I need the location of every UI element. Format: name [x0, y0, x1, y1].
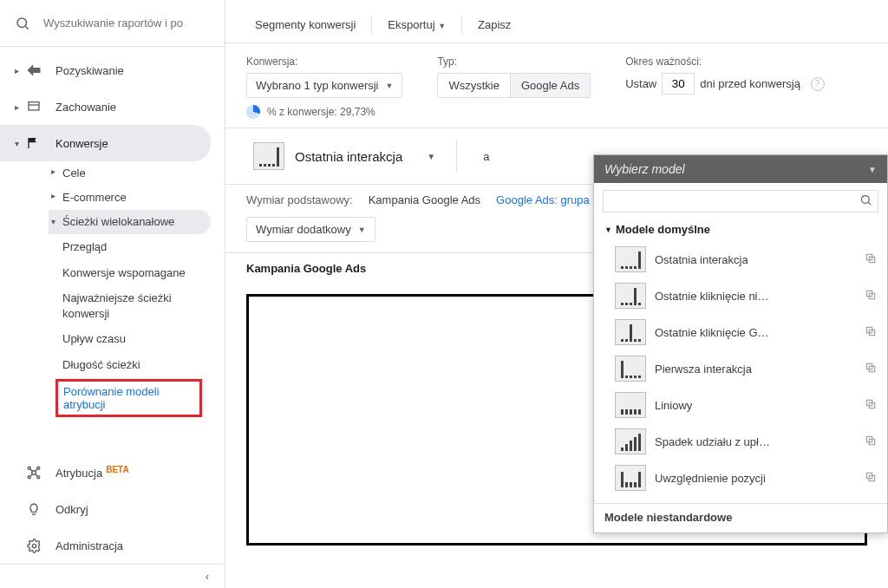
sub-mcf[interactable]: ▾ Ścieżki wielokanałowe	[49, 210, 211, 234]
nav-acquisition[interactable]: ▸ Pozyskiwanie	[0, 52, 225, 88]
copy-icon[interactable]	[865, 398, 877, 413]
copy-icon[interactable]	[865, 289, 877, 304]
secondary-dim-select[interactable]: Wymiar dodatkowy ▼	[246, 217, 375, 242]
chevron-right-icon: ▸	[12, 102, 21, 112]
type-all[interactable]: Wszystkie	[438, 74, 511, 97]
sub-label: E-commerce	[62, 191, 214, 204]
primary-dim[interactable]: Kampania Google Ads	[369, 193, 480, 206]
copy-icon[interactable]	[865, 471, 877, 486]
separator	[456, 140, 457, 172]
report-search-input[interactable]	[43, 16, 218, 29]
nav-label: AtrybucjaBETA	[56, 465, 129, 480]
attribution-icon	[24, 463, 43, 482]
model-last-nondirect-click[interactable]: Ostatnie kliknięcie ni…	[597, 278, 884, 314]
select-label: Wybrano 1 typ konwersji	[256, 79, 379, 92]
nav-label: Odkryj	[56, 503, 88, 516]
conversion-filter: Konwersja: Wybrano 1 typ konwersji ▼	[246, 56, 402, 98]
time-decay-icon	[615, 428, 646, 454]
copy-icon[interactable]	[865, 362, 877, 376]
filter-caption: Okres ważności:	[625, 56, 825, 68]
dropdown-search-box[interactable]	[603, 190, 878, 212]
sub-goals[interactable]: ▸ Cele	[49, 161, 225, 186]
first-interaction-icon	[615, 356, 646, 382]
svg-point-14	[862, 196, 870, 204]
copy-icon[interactable]	[865, 252, 877, 267]
filters-row: Konwersja: Wybrano 1 typ konwersji ▼ Typ…	[225, 43, 888, 103]
nav-label: Pozyskiwanie	[56, 64, 124, 77]
mcf-model-comparison[interactable]: Porównanie modeli atrybucji	[63, 385, 194, 411]
chevron-down-icon: ▼	[358, 225, 366, 234]
last-interaction-icon	[253, 142, 284, 170]
type-filter: Typ: Wszystkie Google Ads	[437, 56, 591, 98]
model-position-based[interactable]: Uwzględnienie pozycji	[597, 460, 884, 496]
collapse-sidebar[interactable]: ‹	[0, 564, 225, 588]
lookback-suffix: dni przed konwersją	[700, 77, 800, 90]
last-nondirect-icon	[615, 283, 646, 309]
model-label: Uwzględnienie pozycji	[655, 472, 856, 485]
chevron-down-icon: ▾	[12, 139, 21, 148]
nav-label: Zachowanie	[56, 101, 116, 114]
dropdown-section-custom[interactable]: Modele niestandardowe	[594, 503, 887, 532]
sub-ecommerce[interactable]: ▸ E-commerce	[49, 186, 225, 210]
model-selector[interactable]: Ostatnia interakcja ▼	[246, 139, 442, 173]
svg-line-9	[30, 469, 32, 471]
acquisition-icon	[24, 61, 43, 80]
model-linear[interactable]: Liniowy	[597, 387, 884, 423]
separator	[461, 16, 462, 34]
sidebar: ▸ Pozyskiwanie ▸ Zachowanie ▾ Konwersje …	[0, 0, 225, 588]
svg-point-8	[37, 476, 40, 479]
chevron-right-icon: ▸	[12, 66, 21, 75]
chevron-down-icon: ▼	[868, 165, 877, 174]
model-label: Pierwsza interakcja	[655, 363, 856, 376]
type-segmented: Wszystkie Google Ads	[437, 73, 591, 98]
nav-label: Konwersje	[56, 137, 108, 150]
nav-admin[interactable]: Administracja	[0, 527, 225, 564]
conversion-select[interactable]: Wybrano 1 typ konwersji ▼	[246, 73, 402, 98]
nav-discover[interactable]: Odkryj	[0, 491, 225, 527]
search-icon	[859, 193, 872, 209]
model-last-gads-click[interactable]: Ostatnie kliknięcie G…	[597, 314, 884, 350]
help-icon[interactable]: ?	[811, 77, 825, 91]
conversion-pct-row: % z konwersje: 29,73%	[225, 103, 888, 127]
chevron-down-icon: ▼	[438, 22, 446, 30]
svg-line-12	[36, 474, 37, 476]
model-time-decay[interactable]: Spadek udziału z upł…	[597, 423, 884, 460]
segments-button[interactable]: Segmenty konwersji	[246, 13, 364, 36]
nav-attribution[interactable]: AtrybucjaBETA	[0, 454, 225, 491]
copy-icon[interactable]	[865, 434, 877, 449]
model-last-interaction[interactable]: Ostatnia interakcja	[597, 241, 884, 278]
model-name: Ostatnia interakcja	[295, 149, 402, 164]
lookback-days-input[interactable]	[662, 73, 695, 95]
dropdown-section-default[interactable]: ▼ Modele domyślne	[594, 219, 887, 239]
nav-behavior[interactable]: ▸ Zachowanie	[0, 88, 225, 125]
gear-icon	[24, 536, 43, 555]
copy-icon[interactable]	[865, 325, 877, 340]
svg-point-5	[28, 467, 30, 469]
chevron-right-icon: ▸	[49, 191, 57, 200]
report-search[interactable]	[0, 0, 225, 47]
export-button[interactable]: Eksportuj ▼	[379, 13, 454, 36]
mcf-time-lag[interactable]: Upływ czasu	[62, 326, 225, 352]
lookback-prefix: Ustaw	[625, 77, 656, 90]
chevron-down-icon: ▼	[604, 225, 612, 234]
dropdown-search-input[interactable]	[609, 195, 859, 208]
model-first-interaction[interactable]: Pierwsza interakcja	[597, 350, 884, 387]
dropdown-default-list: Ostatnia interakcja Ostatnie kliknięcie …	[594, 239, 887, 503]
svg-rect-2	[29, 102, 39, 110]
mcf-top-paths[interactable]: Najważniejsze ścieżki konwersji	[62, 285, 225, 326]
filter-caption: Konwersja:	[246, 56, 402, 68]
bottom-nav: AtrybucjaBETA Odkryj Administracja ‹	[0, 454, 225, 588]
mcf-path-length[interactable]: Długość ścieżki	[62, 352, 225, 378]
type-google-ads[interactable]: Google Ads	[511, 74, 590, 97]
conversions-submenu: ▸ Cele ▸ E-commerce ▾ Ścieżki wielokanał…	[0, 161, 225, 234]
save-button[interactable]: Zapisz	[469, 13, 519, 36]
nav-conversions[interactable]: ▾ Konwersje	[0, 125, 211, 161]
separator	[371, 16, 372, 34]
model-label: Spadek udziału z upł…	[655, 435, 856, 448]
svg-point-6	[37, 467, 40, 469]
mcf-assisted[interactable]: Konwersje wspomagane	[62, 260, 225, 286]
svg-line-1	[25, 26, 28, 29]
svg-point-7	[28, 476, 30, 479]
mcf-overview[interactable]: Przegląd	[62, 234, 225, 260]
dropdown-header[interactable]: Wybierz model ▼	[594, 155, 887, 183]
